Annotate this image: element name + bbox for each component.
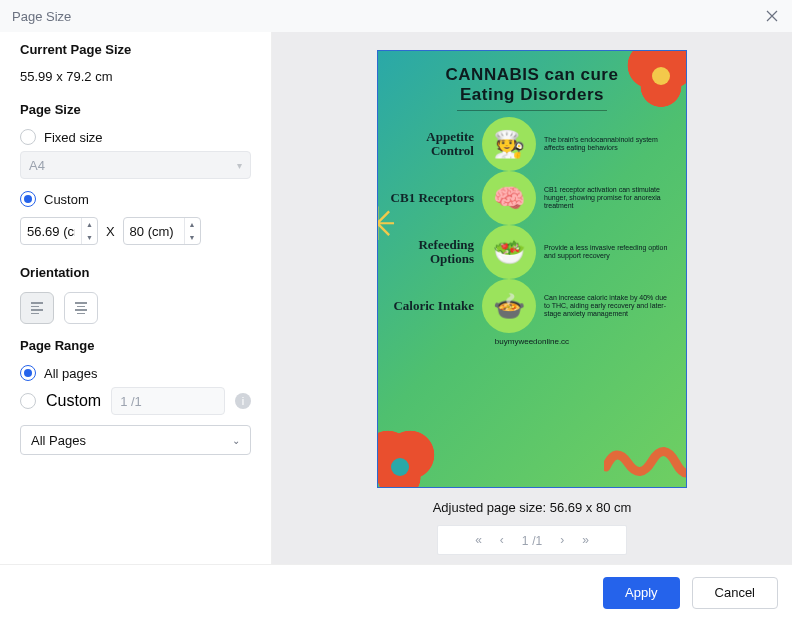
page-range-label: Page Range — [20, 338, 251, 353]
poster-footer: buymyweedonline.cc — [378, 337, 686, 346]
height-down-icon[interactable]: ▼ — [185, 231, 200, 244]
radio-custom-size[interactable] — [20, 191, 36, 207]
sun-decoration-icon — [377, 211, 408, 255]
radio-custom-range[interactable] — [20, 393, 36, 409]
poster-row: Appetite Control 🧑‍🍳 The brain's endocan… — [390, 117, 674, 171]
pager-last-icon[interactable]: » — [582, 533, 589, 547]
orientation-landscape-button[interactable] — [64, 292, 98, 324]
width-up-icon[interactable]: ▲ — [82, 218, 97, 231]
chevron-down-icon: ▾ — [237, 160, 242, 171]
orientation-portrait-button[interactable] — [20, 292, 54, 324]
fixed-size-value: A4 — [29, 158, 45, 173]
illustration-icon: 🍲 — [482, 279, 536, 333]
footer: Apply Cancel — [0, 564, 792, 620]
pager: « ‹ 1 /1 › » — [437, 525, 627, 555]
width-input[interactable]: ▲▼ — [20, 217, 98, 245]
pager-page: 1 /1 — [522, 533, 542, 548]
pager-first-icon[interactable]: « — [475, 533, 482, 547]
poster-row: Caloric Intake 🍲 Can increase caloric in… — [390, 279, 674, 333]
adjusted-size-label: Adjusted page size: 56.69 x 80 cm — [433, 500, 632, 515]
flower-decoration-icon — [626, 50, 687, 111]
all-pages-label: All pages — [44, 366, 97, 381]
preview-panel: CANNABIS can cureEating Disorders Appeti… — [272, 32, 792, 564]
cancel-button[interactable]: Cancel — [692, 577, 778, 609]
current-size-value: 55.99 x 79.2 cm — [20, 69, 251, 84]
pager-prev-icon[interactable]: ‹ — [500, 533, 504, 547]
page-range-dropdown-value: All Pages — [31, 433, 86, 448]
close-icon[interactable] — [764, 8, 780, 24]
page-preview: CANNABIS can cureEating Disorders Appeti… — [377, 50, 687, 488]
squiggle-decoration-icon — [604, 437, 687, 481]
settings-panel: Current Page Size 55.99 x 79.2 cm Page S… — [0, 32, 272, 564]
orientation-label: Orientation — [20, 265, 251, 280]
height-up-icon[interactable]: ▲ — [185, 218, 200, 231]
fixed-size-label: Fixed size — [44, 130, 103, 145]
apply-button[interactable]: Apply — [603, 577, 680, 609]
illustration-icon: 🧠 — [482, 171, 536, 225]
width-down-icon[interactable]: ▼ — [82, 231, 97, 244]
fixed-size-dropdown: A4 ▾ — [20, 151, 251, 179]
align-center-icon — [75, 302, 87, 314]
illustration-icon: 🥗 — [482, 225, 536, 279]
radio-all-pages[interactable] — [20, 365, 36, 381]
custom-range-input — [111, 387, 225, 415]
chevron-down-icon: ⌄ — [232, 435, 240, 446]
current-size-label: Current Page Size — [20, 42, 251, 57]
height-input[interactable]: ▲▼ — [123, 217, 201, 245]
custom-size-label: Custom — [44, 192, 89, 207]
page-range-dropdown[interactable]: All Pages ⌄ — [20, 425, 251, 455]
height-field[interactable] — [124, 224, 184, 239]
window-title: Page Size — [12, 9, 71, 24]
pager-next-icon[interactable]: › — [560, 533, 564, 547]
custom-range-label: Custom — [46, 392, 101, 410]
width-field[interactable] — [21, 224, 81, 239]
flower-decoration-icon — [377, 429, 436, 488]
divider — [457, 110, 607, 111]
poster-row: Refeeding Options 🥗 Provide a less invas… — [390, 225, 674, 279]
page-size-label: Page Size — [20, 102, 251, 117]
illustration-icon: 🧑‍🍳 — [482, 117, 536, 171]
dimension-x: X — [106, 224, 115, 239]
info-icon[interactable]: i — [235, 393, 251, 409]
align-left-icon — [31, 302, 43, 314]
radio-fixed-size[interactable] — [20, 129, 36, 145]
poster-row: CB1 Receptors 🧠 CB1 receptor activation … — [390, 171, 674, 225]
